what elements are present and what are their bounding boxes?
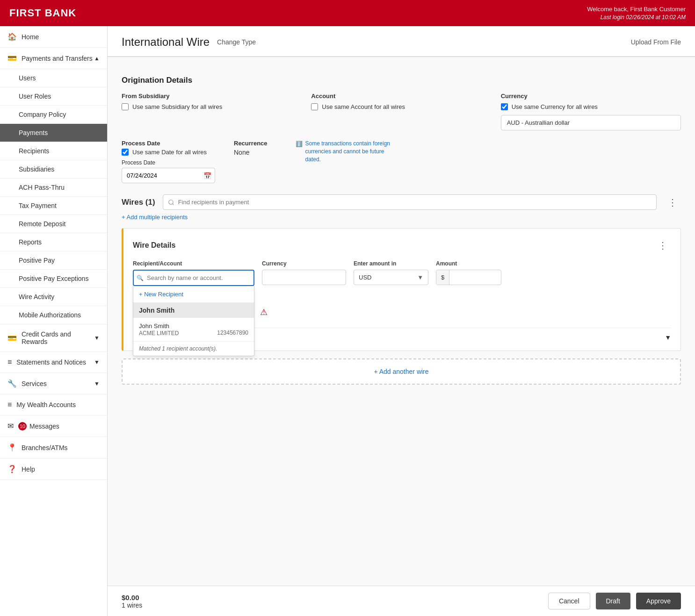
cancel-button[interactable]: Cancel: [548, 593, 590, 609]
sidebar-help-label: Help: [22, 466, 35, 473]
sidebar-reports-label: Reports: [19, 238, 42, 246]
from-subsidiary-field: From Subsidiary Use same Subsidiary for …: [122, 93, 302, 130]
sidebar-item-payments[interactable]: Payments: [0, 124, 107, 142]
sidebar-recipients-label: Recipients: [19, 147, 49, 155]
recurrence-value: None: [234, 149, 249, 156]
dropdown-john-smith[interactable]: John Smith ACME LIMITED 1234567890: [133, 318, 254, 341]
amount-wrap: $ 0.00: [436, 270, 501, 285]
sidebar-payments-sub-label: Payments: [19, 129, 48, 136]
sidebar-statements-label: Statements and Notices: [16, 358, 86, 366]
date-recurrence-row: Process Date Use same Date for all wires…: [122, 140, 681, 183]
dropdown-company: ACME LIMITED: [139, 330, 179, 337]
from-subsidiary-checkbox[interactable]: [122, 103, 129, 110]
upload-from-file-link[interactable]: Upload From File: [631, 38, 681, 46]
origination-section-title: Origination Details: [122, 76, 681, 85]
warning-icon: ⚠: [260, 307, 268, 317]
account-checkbox[interactable]: [311, 103, 318, 110]
currency-checkbox[interactable]: [501, 103, 508, 110]
sidebar-payments-label: Payments and Transfers: [22, 55, 93, 62]
wire-fields-row: Recipient/Account 🔍 + New Recipient John…: [133, 260, 671, 286]
account-checkbox-row: Use same Account for all wires: [311, 103, 491, 110]
sidebar-item-users[interactable]: Users: [0, 69, 107, 87]
amount-input[interactable]: 0.00: [449, 270, 492, 285]
enter-amount-in-field: Enter amount in USD ▼: [354, 260, 428, 285]
sidebar-item-reports[interactable]: Reports: [0, 233, 107, 251]
wires-more-options[interactable]: ⋮: [664, 195, 681, 210]
wires-label: Wires (1): [122, 198, 155, 207]
enter-amount-in-label: Enter amount in: [354, 260, 428, 267]
dropdown-header: John Smith: [133, 303, 254, 318]
add-another-wire-button[interactable]: + Add another wire: [122, 358, 681, 385]
sidebar-item-user-roles[interactable]: User Roles: [0, 87, 107, 106]
enter-amount-select[interactable]: USD ▼: [354, 270, 428, 285]
sidebar-item-home[interactable]: 🏠 Home: [0, 26, 107, 48]
sidebar-item-remote-deposit[interactable]: Remote Deposit: [0, 215, 107, 233]
sidebar-item-subsidiaries[interactable]: Subsidiaries: [0, 160, 107, 179]
foreign-note-text: Some transactions contain foreign curren…: [305, 140, 398, 163]
process-date-checkbox-row: Use same Date for all wires: [122, 149, 215, 156]
sidebar-my-wealth-label: My Wealth Accounts: [16, 401, 76, 408]
sidebar-company-policy-label: Company Policy: [19, 111, 66, 118]
sidebar-tax-label: Tax Payment: [19, 202, 57, 209]
sidebar-item-statements[interactable]: ≡ Statements and Notices ▼: [0, 352, 107, 373]
calendar-icon[interactable]: 📅: [203, 172, 211, 179]
chevron-down-icon-cc: ▼: [94, 335, 100, 341]
recipient-search-icon: 🔍: [137, 275, 144, 281]
chevron-down-icon-amount: ▼: [417, 274, 423, 281]
sidebar-item-my-wealth[interactable]: ≡ My Wealth Accounts: [0, 394, 107, 415]
wire-card-more-options[interactable]: ⋮: [654, 238, 671, 253]
search-recipients-input[interactable]: [163, 194, 657, 210]
sidebar-item-credit-cards[interactable]: 💳 Credit Cards and Rewards ▼: [0, 324, 107, 352]
approve-button[interactable]: Approve: [636, 593, 681, 609]
sidebar-item-help[interactable]: ❓ Help: [0, 458, 107, 480]
sidebar-item-positive-pay[interactable]: Positive Pay: [0, 251, 107, 270]
account-checkbox-label: Use same Account for all wires: [322, 103, 405, 110]
change-type-link[interactable]: Change Type: [217, 38, 256, 46]
page-title-row: International Wire Change Type: [122, 36, 256, 49]
sidebar-item-payments-and-transfers[interactable]: 💳 Payments and Transfers ▲: [0, 48, 107, 69]
sidebar-item-branches[interactable]: 📍 Branches/ATMs: [0, 437, 107, 458]
wire-currency-input[interactable]: [262, 270, 346, 285]
sidebar-item-mobile-auth[interactable]: Mobile Authorizations: [0, 306, 107, 324]
chevron-down-icon-st: ▼: [94, 359, 100, 365]
home-icon: 🏠: [7, 32, 17, 41]
new-recipient-option[interactable]: + New Recipient: [133, 286, 254, 303]
page-header: International Wire Change Type Upload Fr…: [108, 26, 695, 57]
wires-bar: Wires (1) ⋮: [122, 194, 681, 210]
sidebar-item-tax-payment[interactable]: Tax Payment: [0, 197, 107, 215]
sidebar-users-label: Users: [19, 74, 36, 82]
foreign-currency-note: ℹ️ Some transactions contain foreign cur…: [296, 140, 398, 163]
dropdown-account: 1234567890: [217, 329, 248, 336]
currency-value-box: AUD - Australlian dollar: [501, 115, 681, 130]
sidebar-credit-cards-label: Credit Cards and Rewards: [22, 330, 94, 345]
sidebar-remote-label: Remote Deposit: [19, 220, 65, 228]
process-date-input[interactable]: 07/24/2024: [122, 168, 215, 183]
sidebar-item-wire-activity[interactable]: Wire Activity: [0, 288, 107, 306]
process-date-checkbox-label: Use same Date for all wires: [132, 149, 207, 156]
currency-checkbox-label: Use same Currency for all wires: [512, 103, 598, 110]
sidebar-messages-label: Messages: [29, 423, 59, 430]
draft-button[interactable]: Draft: [596, 593, 630, 609]
footer-actions: Cancel Draft Approve: [548, 593, 681, 609]
sidebar: 🏠 Home 💳 Payments and Transfers ▲ Users …: [0, 26, 108, 616]
sidebar-positive-pay-label: Positive Pay: [19, 257, 55, 264]
recipient-search-input[interactable]: [133, 270, 254, 286]
info-icon: ℹ️: [296, 140, 303, 148]
account-field: Account Use same Account for all wires: [311, 93, 491, 130]
amount-field: Amount $ 0.00: [436, 260, 501, 285]
sidebar-item-services[interactable]: 🔧 Services ▼: [0, 373, 107, 394]
sidebar-positive-pay-exc-label: Positive Pay Exceptions: [19, 275, 88, 282]
sidebar-item-ach-pass-thru[interactable]: ACH Pass-Thru: [0, 179, 107, 197]
add-multiple-recipients-link[interactable]: + Add multiple recipients: [122, 214, 681, 221]
wealth-icon: ≡: [7, 401, 12, 409]
recurrence-field: Recurrence None: [234, 140, 268, 156]
app-body: 🏠 Home 💳 Payments and Transfers ▲ Users …: [0, 26, 695, 616]
page-footer: $0.00 1 wires Cancel Draft Approve: [108, 586, 695, 616]
wire-card-header: Wire Details ⋮: [133, 238, 671, 253]
recipient-account-label: Recipient/Account: [133, 260, 254, 267]
sidebar-item-messages[interactable]: ✉ 10 Messages: [0, 415, 107, 437]
sidebar-item-company-policy[interactable]: Company Policy: [0, 106, 107, 124]
sidebar-item-recipients[interactable]: Recipients: [0, 142, 107, 160]
sidebar-item-positive-pay-exceptions[interactable]: Positive Pay Exceptions: [0, 270, 107, 288]
process-date-checkbox[interactable]: [122, 149, 129, 156]
